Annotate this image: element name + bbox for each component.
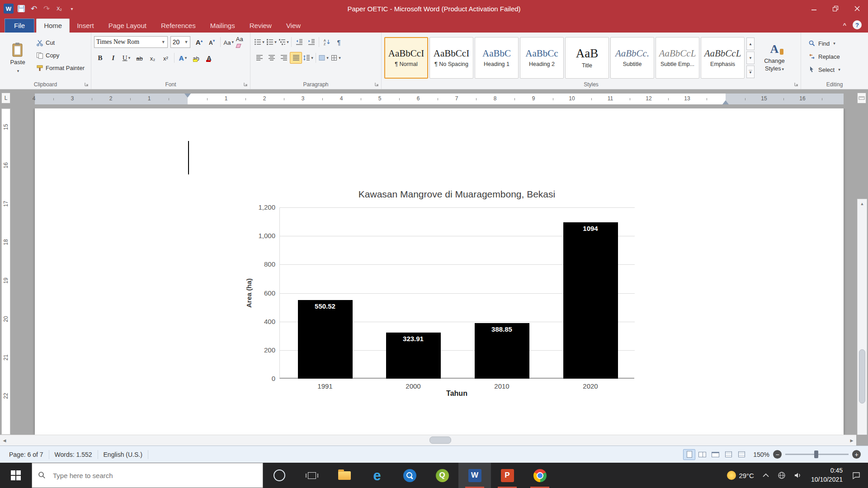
taskbar-app-file-explorer[interactable] xyxy=(328,463,361,488)
change-case-button[interactable] xyxy=(223,36,235,48)
clear-formatting-button[interactable] xyxy=(236,36,247,48)
italic-button[interactable] xyxy=(107,52,119,64)
scroll-right-button[interactable]: ▶ xyxy=(847,436,856,445)
style-item-title[interactable]: AaBTitle xyxy=(565,37,609,79)
find-button[interactable]: Find xyxy=(804,38,865,49)
weather-widget[interactable]: 29°C xyxy=(723,463,758,488)
view-ruler-toggle-button[interactable] xyxy=(857,93,866,103)
zoom-level[interactable]: 150% xyxy=(751,451,769,458)
taskbar-app-cortana[interactable] xyxy=(263,463,296,488)
underline-button[interactable] xyxy=(120,52,132,64)
vertical-ruler[interactable]: 1516171819202122 xyxy=(1,108,10,435)
tab-home[interactable]: Home xyxy=(36,19,70,33)
taskbar-clock[interactable]: 0:45 10/10/2021 xyxy=(806,466,848,484)
paste-button[interactable]: Paste xyxy=(3,36,33,80)
undo-button[interactable] xyxy=(29,4,39,14)
word-count-indicator[interactable]: Words: 1.552 xyxy=(49,450,98,459)
decrease-indent-button[interactable] xyxy=(293,36,305,48)
taskbar-app-task-view[interactable] xyxy=(296,463,328,488)
subscript-button[interactable] xyxy=(146,52,159,64)
select-button[interactable]: Select xyxy=(804,64,865,75)
cut-button[interactable]: Cut xyxy=(34,37,86,48)
font-name-dropdown-arrow[interactable]: ▼ xyxy=(160,40,165,44)
bold-button[interactable] xyxy=(94,52,106,64)
tray-overflow-button[interactable] xyxy=(758,463,774,488)
line-spacing-button[interactable] xyxy=(302,52,314,64)
zoom-in-button[interactable]: + xyxy=(852,450,861,459)
show-paragraph-marks-button[interactable] xyxy=(333,36,345,48)
tab-page-layout[interactable]: Page Layout xyxy=(101,19,154,33)
shading-button[interactable] xyxy=(317,52,330,64)
action-center-button[interactable] xyxy=(848,463,864,488)
redo-button[interactable] xyxy=(42,4,52,14)
style-item-emphasis[interactable]: AaBbCcLEmphasis xyxy=(701,37,745,79)
vertical-scroll-thumb[interactable] xyxy=(859,349,865,404)
zoom-slider-thumb[interactable] xyxy=(814,450,818,458)
text-effects-button[interactable] xyxy=(177,52,189,64)
minimize-ribbon-button[interactable] xyxy=(843,22,846,28)
view-button-draft[interactable] xyxy=(736,449,748,460)
horizontal-scroll-track[interactable] xyxy=(9,435,847,446)
font-color-button[interactable] xyxy=(203,52,215,64)
shrink-font-button[interactable] xyxy=(206,36,218,48)
increase-indent-button[interactable] xyxy=(305,36,317,48)
first-line-indent-marker[interactable] xyxy=(184,94,191,101)
text-highlight-button[interactable] xyxy=(190,52,202,64)
zoom-slider[interactable] xyxy=(785,454,849,455)
page-indicator[interactable]: Page: 6 of 7 xyxy=(4,450,49,459)
help-button[interactable] xyxy=(853,20,862,29)
taskbar-search-box[interactable] xyxy=(32,463,263,488)
styles-scroll-down-button[interactable] xyxy=(746,52,755,64)
horizontal-scrollbar[interactable]: ◀ ▶ xyxy=(0,435,856,446)
font-dialog-launcher[interactable] xyxy=(243,82,249,87)
view-button-full-screen-reading[interactable] xyxy=(696,449,708,460)
quick-access-extra-button[interactable] xyxy=(54,4,64,14)
chart[interactable]: Kawasan Mangrove di Muaragembong, Bekasi… xyxy=(243,186,677,412)
restore-button[interactable] xyxy=(825,0,846,17)
close-button[interactable] xyxy=(846,0,868,17)
customize-quick-access-button[interactable] xyxy=(67,4,77,14)
tab-review[interactable]: Review xyxy=(242,19,279,33)
bullets-button[interactable] xyxy=(253,36,265,48)
save-button[interactable] xyxy=(16,4,26,14)
replace-button[interactable]: Replace xyxy=(804,51,865,62)
tab-mailings[interactable]: Mailings xyxy=(203,19,242,33)
start-button[interactable] xyxy=(0,463,32,488)
change-styles-button[interactable]: Change Styles xyxy=(756,36,793,80)
taskbar-app-powerpoint[interactable] xyxy=(491,463,524,488)
strikethrough-button[interactable] xyxy=(133,52,146,64)
grow-font-button[interactable] xyxy=(193,36,205,48)
taskbar-app-edge[interactable] xyxy=(361,463,393,488)
horizontal-scroll-thumb[interactable] xyxy=(429,436,451,444)
taskbar-app-qgis[interactable] xyxy=(426,463,458,488)
style-item-normal[interactable]: AaBbCcI¶ Normal xyxy=(384,37,428,79)
taskbar-app-chrome[interactable] xyxy=(524,463,556,488)
align-right-button[interactable] xyxy=(278,52,290,64)
vertical-scrollbar[interactable]: ▲ ▼ xyxy=(857,199,867,435)
copy-button[interactable]: Copy xyxy=(34,50,86,61)
justify-button[interactable] xyxy=(290,52,302,64)
volume-button[interactable] xyxy=(790,463,806,488)
network-button[interactable] xyxy=(774,463,790,488)
document-page[interactable]: Kawasan Mangrove di Muaragembong, Bekasi… xyxy=(35,108,844,435)
right-indent-marker[interactable] xyxy=(722,97,729,104)
font-size-combobox[interactable]: 20▼ xyxy=(170,36,191,48)
clipboard-dialog-launcher[interactable] xyxy=(84,82,90,87)
tab-file[interactable]: File xyxy=(5,19,34,33)
style-item-heading-1[interactable]: AaBbCHeading 1 xyxy=(475,37,519,79)
font-size-dropdown-arrow[interactable]: ▼ xyxy=(183,40,189,44)
minimize-button[interactable] xyxy=(803,0,825,17)
view-button-print-layout[interactable] xyxy=(683,449,695,460)
tab-view[interactable]: View xyxy=(279,19,308,33)
styles-dialog-launcher[interactable] xyxy=(794,82,799,87)
multilevel-list-button[interactable] xyxy=(278,36,290,48)
tab-references[interactable]: References xyxy=(154,19,203,33)
align-center-button[interactable] xyxy=(265,52,278,64)
scroll-up-button[interactable]: ▲ xyxy=(858,199,867,208)
styles-scroll-up-button[interactable] xyxy=(746,38,755,50)
superscript-button[interactable] xyxy=(160,52,172,64)
format-painter-button[interactable]: Format Painter xyxy=(34,62,86,74)
taskbar-search-input[interactable] xyxy=(32,463,263,488)
style-item-subtitle[interactable]: AaBbCc.Subtitle xyxy=(610,37,654,79)
font-name-combobox[interactable]: Times New Rom▼ xyxy=(94,36,168,48)
